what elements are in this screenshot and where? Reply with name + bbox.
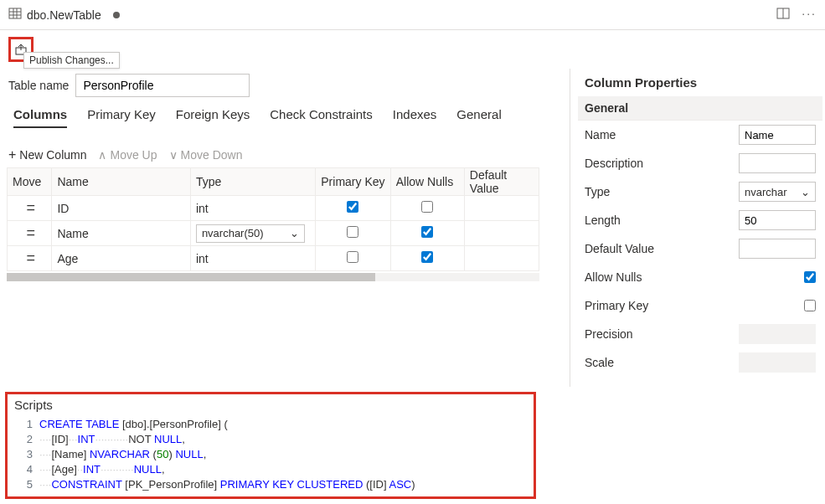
cell-default-value[interactable]	[464, 196, 539, 221]
primary-key-checkbox[interactable]	[347, 201, 358, 213]
allow-nulls-checkbox[interactable]	[421, 201, 433, 213]
table-row[interactable]: =IDint	[8, 196, 539, 221]
split-editor-icon[interactable]	[776, 7, 790, 23]
chevron-down-icon: ⌄	[801, 186, 810, 198]
prop-input-length[interactable]	[739, 210, 816, 230]
prop-check-primarykey[interactable]	[804, 300, 816, 311]
col-header-allow-nulls[interactable]: Allow Nulls	[390, 168, 464, 196]
cell-name[interactable]: ID	[52, 196, 190, 221]
tab-foreign-keys[interactable]: Foreign Keys	[176, 107, 250, 128]
line-number: 1	[14, 417, 33, 432]
prop-select-type-value: nvarchar	[745, 186, 787, 198]
prop-readonly-scale	[739, 352, 816, 373]
columns-table: MoveNameTypePrimary KeyAllow NullsDefaul…	[7, 167, 539, 271]
table-icon	[8, 7, 22, 23]
prop-label-precision: Precision	[585, 327, 739, 341]
cell-allow-nulls	[390, 221, 464, 246]
prop-label-default: Default Value	[585, 242, 739, 255]
titlebar-actions: ···	[776, 7, 817, 23]
chevron-down-icon: ⌄	[290, 227, 299, 239]
prop-label-primarykey: Primary Key	[585, 299, 804, 312]
plus-icon: +	[8, 147, 16, 162]
prop-label-type: Type	[585, 185, 739, 198]
cell-allow-nulls	[390, 196, 464, 221]
editor-tab-title: dbo.NewTable	[27, 8, 101, 22]
cell-type[interactable]: int	[190, 246, 315, 271]
dirty-indicator-icon	[113, 12, 120, 18]
type-select-value: nvarchar(50)	[202, 227, 264, 239]
tab-indexes[interactable]: Indexes	[393, 107, 437, 128]
move-up-button[interactable]: ∧ Move Up	[98, 148, 157, 162]
vertical-separator	[570, 69, 570, 387]
prop-row-length: Length	[578, 206, 822, 234]
tab-general[interactable]: General	[456, 107, 501, 128]
drag-handle-icon[interactable]: =	[8, 246, 52, 271]
table-name-input[interactable]	[75, 74, 250, 97]
code-line: 3····[Name] NVARCHAR (50) NULL,	[14, 447, 527, 462]
line-number: 3	[14, 447, 33, 462]
col-header-primary-key[interactable]: Primary Key	[316, 168, 390, 196]
line-number: 4	[14, 462, 33, 477]
new-column-label: New Column	[19, 148, 86, 162]
cell-default-value[interactable]	[464, 221, 539, 246]
drag-handle-icon[interactable]: =	[8, 221, 52, 246]
more-icon[interactable]: ···	[802, 7, 817, 23]
primary-key-checkbox[interactable]	[347, 251, 358, 263]
code-line: 1CREATE TABLE [dbo].[PersonProfile] (	[14, 417, 527, 432]
prop-label-allownulls: Allow Nulls	[585, 270, 804, 284]
code-line: 2····[ID]···INT···········NOT NULL,	[14, 432, 527, 447]
prop-check-allownulls[interactable]	[804, 271, 816, 283]
tab-columns[interactable]: Columns	[13, 107, 67, 128]
tab-check-constraints[interactable]: Check Constraints	[270, 107, 373, 128]
columns-body: =IDint=Namenvarchar(50)⌄=Ageint	[8, 196, 539, 271]
svg-rect-0	[9, 8, 21, 18]
cell-default-value[interactable]	[464, 246, 539, 271]
move-down-button[interactable]: ∨ Move Down	[169, 148, 243, 162]
tab-primary-key[interactable]: Primary Key	[87, 107, 156, 128]
line-number: 5	[14, 477, 33, 492]
prop-select-type[interactable]: nvarchar ⌄	[739, 182, 816, 202]
prop-row-type: Type nvarchar ⌄	[578, 177, 822, 206]
chevron-down-icon: ∨	[169, 148, 178, 162]
titlebar: dbo.NewTable ···	[0, 0, 825, 30]
col-header-move[interactable]: Move	[8, 168, 52, 196]
scripts-panel: Scripts 1CREATE TABLE [dbo].[PersonProfi…	[5, 392, 536, 499]
cell-allow-nulls	[390, 246, 464, 271]
horizontal-scrollbar[interactable]	[7, 273, 539, 281]
scripts-title: Scripts	[14, 398, 527, 412]
table-row[interactable]: =Ageint	[8, 246, 539, 271]
designer-tabs: ColumnsPrimary KeyForeign KeysCheck Cons…	[13, 107, 502, 128]
prop-label-description: Description	[585, 157, 739, 170]
cell-name[interactable]: Name	[52, 221, 190, 246]
move-down-label: Move Down	[181, 148, 243, 162]
type-select[interactable]: nvarchar(50)⌄	[196, 224, 305, 243]
primary-key-checkbox[interactable]	[347, 226, 358, 238]
line-number: 2	[14, 432, 33, 447]
table-row[interactable]: =Namenvarchar(50)⌄	[8, 221, 539, 246]
table-name-label: Table name	[8, 79, 69, 92]
editor-tab[interactable]: dbo.NewTable	[8, 7, 120, 23]
allow-nulls-checkbox[interactable]	[421, 251, 433, 263]
col-header-name[interactable]: Name	[52, 168, 190, 196]
allow-nulls-checkbox[interactable]	[421, 226, 433, 238]
table-name-row: Table name	[8, 74, 250, 97]
drag-handle-icon[interactable]: =	[8, 196, 52, 221]
cell-type[interactable]: nvarchar(50)⌄	[190, 221, 315, 246]
col-header-default-value[interactable]: Default Value	[464, 168, 539, 196]
prop-row-scale: Scale	[578, 348, 822, 377]
cell-name[interactable]: Age	[52, 246, 190, 271]
prop-input-description[interactable]	[739, 153, 816, 173]
prop-label-length: Length	[585, 213, 739, 227]
new-column-button[interactable]: + New Column	[8, 147, 86, 162]
prop-input-name[interactable]	[739, 125, 816, 145]
scripts-code[interactable]: 1CREATE TABLE [dbo].[PersonProfile] (2··…	[14, 417, 527, 492]
prop-row-description: Description	[578, 149, 822, 177]
columns-toolbar: + New Column ∧ Move Up ∨ Move Down	[8, 147, 242, 162]
prop-input-default[interactable]	[739, 239, 816, 259]
publish-tooltip: Publish Changes...	[23, 52, 120, 69]
chevron-up-icon: ∧	[98, 148, 106, 162]
col-header-type[interactable]: Type	[190, 168, 315, 196]
scrollbar-thumb[interactable]	[7, 273, 375, 281]
cell-primary-key	[316, 196, 390, 221]
cell-type[interactable]: int	[190, 196, 315, 221]
